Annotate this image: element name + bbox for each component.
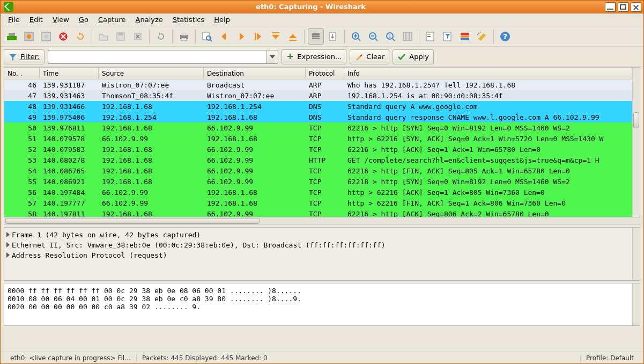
broom-icon	[354, 53, 363, 61]
menu-analyze[interactable]: Analyze	[131, 14, 167, 25]
go-back-icon[interactable]	[216, 28, 232, 45]
cell-protocol: TCP	[306, 210, 344, 217]
table-row[interactable]: 46139.931187Wistron_07:07:eeBroadcastARP…	[4, 79, 632, 90]
filter-dropdown[interactable]	[267, 50, 278, 64]
detail-pane[interactable]: Frame 1 (42 bytes on wire, 42 bytes capt…	[4, 227, 640, 281]
zoom-reset-icon[interactable]: 1	[382, 28, 398, 45]
filter-input[interactable]	[48, 50, 267, 64]
open-file-icon[interactable]	[95, 28, 112, 45]
go-forward-icon[interactable]	[233, 28, 249, 45]
plus-icon	[286, 53, 294, 61]
col-destination[interactable]: Destination	[204, 68, 306, 79]
table-row[interactable]: 55140.086921192.168.1.6866.102.9.99TCP62…	[4, 176, 632, 187]
cell-time: 140.086921	[40, 178, 99, 186]
autoscroll-icon[interactable]	[325, 28, 341, 45]
expand-icon[interactable]	[6, 242, 10, 247]
col-time[interactable]: Time	[40, 68, 99, 79]
colorize-icon[interactable]	[308, 28, 324, 45]
interfaces-icon[interactable]	[4, 28, 20, 45]
table-row[interactable]: 54140.086765192.168.1.6866.102.9.99TCP62…	[4, 165, 632, 176]
svg-point-5	[44, 34, 48, 39]
go-first-icon[interactable]	[268, 28, 284, 45]
table-row[interactable]: 48139.931466192.168.1.68192.168.1.254DNS…	[4, 101, 632, 112]
options-icon[interactable]	[21, 28, 37, 45]
filter-button[interactable]: Filter:	[4, 49, 45, 64]
table-row[interactable]: 47139.931463ThomsonT_08:35:4fWistron_07:…	[4, 90, 632, 101]
table-row[interactable]: 58140.197811192.168.1.6866.102.9.99TCP62…	[4, 208, 632, 217]
expand-icon[interactable]	[6, 252, 10, 258]
col-no[interactable]: No. .	[4, 68, 40, 79]
cell-source: 66.102.9.99	[99, 188, 204, 196]
svg-rect-11	[181, 33, 187, 35]
expression-button[interactable]: Expression...	[282, 49, 346, 64]
hex-line: 0010 08 00 06 04 00 01 00 0c 29 38 eb 0e…	[8, 295, 636, 303]
cell-protocol: TCP	[306, 188, 344, 196]
cell-time: 140.079578	[40, 135, 99, 143]
table-row[interactable]: 49139.975406192.168.1.254192.168.1.68DNS…	[4, 112, 632, 122]
table-row[interactable]: 52140.079583192.168.1.6866.102.9.99TCP62…	[4, 144, 632, 155]
menu-go[interactable]: Go	[75, 14, 93, 25]
status-left: eth0: <live capture in progress> Fil…	[5, 354, 136, 362]
display-filters-icon[interactable]	[440, 28, 456, 45]
svg-rect-38	[461, 35, 469, 38]
table-row[interactable]: 53140.080278192.168.1.6866.102.9.99HTTPG…	[4, 155, 632, 165]
packet-hscrollbar[interactable]	[4, 217, 640, 225]
cell-destination: 192.168.1.68	[204, 113, 306, 121]
col-info[interactable]: Info	[344, 68, 632, 79]
cell-info: http > 62216 [ACK] Seq=1 Ack=805 Win=736…	[344, 188, 632, 196]
menu-file[interactable]: File	[4, 14, 24, 25]
preferences-icon[interactable]	[474, 28, 490, 45]
svg-rect-21	[312, 38, 320, 39]
table-row[interactable]: 51140.07957866.102.9.99192.168.1.68TCPht…	[4, 133, 632, 144]
maximize-button[interactable]	[618, 2, 628, 12]
svg-line-15	[210, 40, 212, 41]
restart-capture-icon[interactable]	[72, 28, 88, 45]
cell-source: Wistron_07:07:ee	[99, 81, 204, 89]
cell-no: 52	[4, 145, 40, 154]
hex-pane[interactable]: 0000 ff ff ff ff ff ff 00 0c 29 38 eb 0e…	[4, 283, 640, 326]
menu-edit[interactable]: Edit	[25, 14, 47, 25]
col-source[interactable]: Source	[99, 68, 204, 79]
apply-button[interactable]: Apply	[393, 49, 434, 64]
find-icon[interactable]	[199, 28, 215, 45]
cell-protocol: TCP	[306, 178, 344, 186]
help-icon[interactable]: ?	[497, 28, 513, 45]
coloring-rules-icon[interactable]	[457, 28, 473, 45]
stop-capture-icon[interactable]	[55, 28, 71, 45]
menu-capture[interactable]: Capture	[94, 14, 130, 25]
detail-vscrollbar[interactable]	[632, 228, 640, 280]
col-protocol[interactable]: Protocol	[306, 68, 344, 79]
menu-view[interactable]: View	[48, 14, 73, 25]
reload-icon[interactable]	[153, 28, 169, 45]
resize-columns-icon[interactable]	[399, 28, 416, 45]
minimize-button[interactable]	[605, 2, 616, 12]
save-icon[interactable]	[113, 28, 129, 45]
packet-vscrollbar[interactable]	[632, 68, 640, 217]
go-last-icon[interactable]	[285, 28, 301, 45]
zoom-in-icon[interactable]	[348, 28, 364, 45]
capture-filters-icon[interactable]	[423, 28, 439, 45]
menu-statistics[interactable]: Statistics	[168, 14, 209, 25]
table-row[interactable]: 57140.19777766.102.9.99192.168.1.68TCPht…	[4, 198, 632, 208]
cell-destination: 66.102.9.99	[204, 156, 306, 164]
svg-rect-37	[461, 33, 469, 35]
detail-ethernet: Ethernet II, Src: Vmware_38:eb:0e (00:0c…	[6, 240, 638, 250]
cell-info: Standard query response CNAME www.l.goog…	[344, 113, 632, 121]
menu-help[interactable]: Help	[210, 14, 234, 25]
close-button[interactable]	[631, 2, 641, 12]
cell-time: 140.197777	[40, 199, 99, 207]
table-row[interactable]: 50139.976811192.168.1.6866.102.9.99TCP62…	[4, 122, 632, 133]
expand-icon[interactable]	[6, 232, 10, 237]
close-file-icon[interactable]	[130, 28, 146, 45]
cell-destination: 192.168.1.254	[204, 103, 306, 111]
table-row[interactable]: 56140.19748466.102.9.99192.168.1.68TCPht…	[4, 187, 632, 198]
go-to-icon[interactable]	[250, 28, 267, 45]
start-capture-icon[interactable]	[38, 28, 54, 45]
cell-info: Standard query A www.google.com	[344, 103, 632, 111]
zoom-out-icon[interactable]	[365, 28, 381, 45]
clear-button[interactable]: Clear	[350, 49, 389, 64]
cell-time: 139.931463	[40, 92, 99, 100]
cell-destination: 192.168.1.68	[204, 199, 306, 207]
hex-vscrollbar[interactable]	[632, 283, 640, 325]
print-icon[interactable]	[176, 28, 192, 45]
